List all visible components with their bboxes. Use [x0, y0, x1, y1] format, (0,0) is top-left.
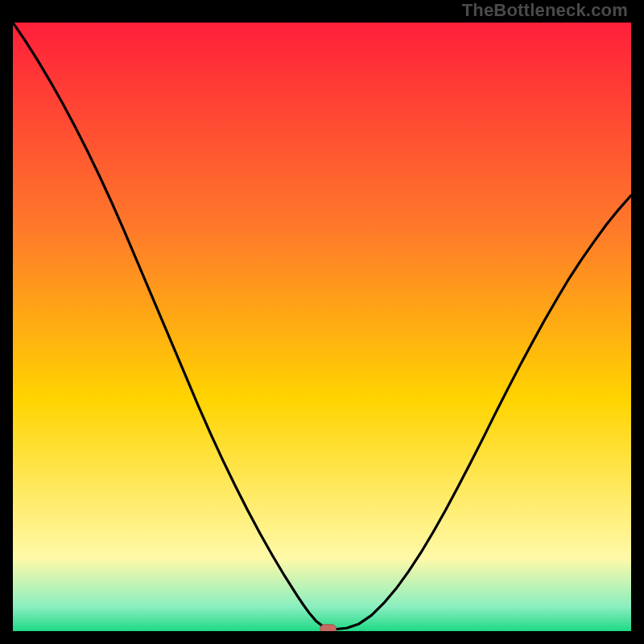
- gradient-background: [13, 23, 631, 631]
- optimal-marker: [320, 625, 336, 631]
- bottleneck-chart: [13, 23, 631, 631]
